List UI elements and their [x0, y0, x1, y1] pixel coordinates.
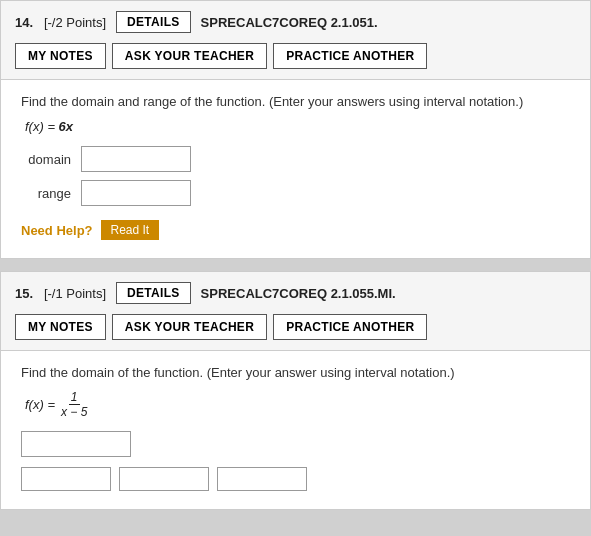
problem-14-code: SPRECALC7COREQ 2.1.051.: [201, 15, 378, 30]
read-it-button[interactable]: Read It: [101, 220, 160, 240]
fraction-denominator: x − 5: [59, 405, 89, 419]
practice-another-button-15[interactable]: PRACTICE ANOTHER: [273, 314, 427, 340]
problem-14-math: f(x) = 6x: [25, 119, 570, 134]
problem-15-math: f(x) = 1 x − 5: [25, 390, 570, 419]
my-notes-button-14[interactable]: MY NOTES: [15, 43, 106, 69]
my-notes-button-15[interactable]: MY NOTES: [15, 314, 106, 340]
domain-input[interactable]: [81, 146, 191, 172]
problem-15-number: 15. [-/1 Points]: [15, 286, 106, 301]
problem-14-instruction: Find the domain and range of the functio…: [21, 94, 570, 109]
need-help-label: Need Help?: [21, 223, 93, 238]
problem-14-header: 14. [-/2 Points] DETAILS SPRECALC7COREQ …: [1, 1, 590, 43]
bottom-input-2[interactable]: [119, 467, 209, 491]
problem-15-actions: MY NOTES ASK YOUR TEACHER PRACTICE ANOTH…: [1, 314, 590, 350]
details-button-15[interactable]: DETAILS: [116, 282, 191, 304]
problem-14-actions: MY NOTES ASK YOUR TEACHER PRACTICE ANOTH…: [1, 43, 590, 79]
need-help-row: Need Help? Read It: [21, 220, 570, 240]
range-label: range: [21, 186, 71, 201]
range-input[interactable]: [81, 180, 191, 206]
bottom-input-1[interactable]: [21, 467, 111, 491]
problem-15-instruction: Find the domain of the function. (Enter …: [21, 365, 570, 380]
bottom-input-3[interactable]: [217, 467, 307, 491]
bottom-inputs-15: [21, 467, 570, 491]
problem-15-body: Find the domain of the function. (Enter …: [1, 350, 590, 509]
domain-row: domain: [21, 146, 570, 172]
fraction-15: 1 x − 5: [59, 390, 89, 419]
details-button-14[interactable]: DETAILS: [116, 11, 191, 33]
problem-14-body: Find the domain and range of the functio…: [1, 79, 590, 258]
domain-input-row-15: [21, 431, 570, 457]
ask-teacher-button-15[interactable]: ASK YOUR TEACHER: [112, 314, 267, 340]
problem-15-code: SPRECALC7COREQ 2.1.055.MI.: [201, 286, 396, 301]
problem-15-header: 15. [-/1 Points] DETAILS SPRECALC7COREQ …: [1, 272, 590, 314]
problem-15: 15. [-/1 Points] DETAILS SPRECALC7COREQ …: [0, 271, 591, 510]
ask-teacher-button-14[interactable]: ASK YOUR TEACHER: [112, 43, 267, 69]
range-row: range: [21, 180, 570, 206]
practice-another-button-14[interactable]: PRACTICE ANOTHER: [273, 43, 427, 69]
math-prefix-15: f(x) =: [25, 397, 55, 412]
problem-14: 14. [-/2 Points] DETAILS SPRECALC7COREQ …: [0, 0, 591, 259]
domain-input-15[interactable]: [21, 431, 131, 457]
domain-label: domain: [21, 152, 71, 167]
problem-14-number: 14. [-/2 Points]: [15, 15, 106, 30]
fraction-numerator: 1: [69, 390, 80, 405]
